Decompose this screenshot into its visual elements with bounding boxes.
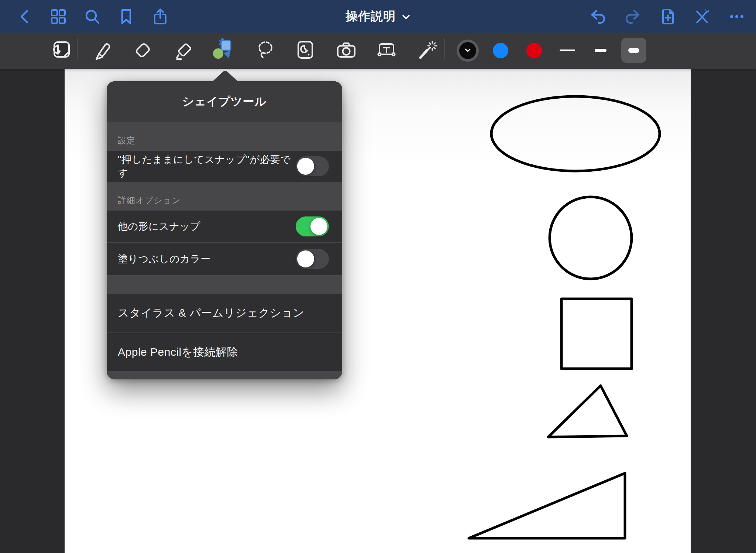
bookmark-button[interactable] (117, 7, 136, 26)
section-spacer (107, 275, 342, 294)
stylus-disabled-icon (693, 8, 711, 25)
laser-pointer-icon (415, 38, 439, 64)
text-tool-button[interactable] (373, 39, 400, 63)
back-icon (17, 8, 32, 25)
highlighter-tool-button[interactable] (171, 39, 197, 63)
eraser-icon (131, 38, 155, 64)
camera-icon (334, 38, 358, 64)
black-color (459, 42, 476, 59)
popup-footer (107, 371, 342, 379)
page-template-tool-button[interactable] (48, 39, 74, 63)
row-fill-color: 塗りつぶしのカラー (107, 243, 342, 275)
nav-left-group (15, 0, 170, 33)
redo-button[interactable] (623, 7, 642, 26)
camera-tool-button[interactable] (333, 39, 360, 63)
bookmark-icon (117, 8, 135, 25)
app-window: 操作説明 (0, 0, 756, 553)
document-title: 操作説明 (346, 8, 396, 25)
search-icon (83, 8, 101, 25)
image-icon (293, 38, 317, 64)
more-options-button[interactable] (727, 7, 746, 26)
thickness-thin-button[interactable] (555, 38, 580, 63)
redo-icon (624, 8, 642, 25)
color-swatch-black[interactable] (457, 40, 479, 62)
menu-item-disconnect-apple-pencil[interactable]: Apple Pencilを接続解除 (107, 333, 342, 371)
undo-button[interactable] (588, 7, 608, 26)
fill-color-toggle[interactable] (296, 249, 329, 269)
eraser-tool-button[interactable] (130, 39, 156, 63)
menu-item-stylus-palm-rejection[interactable]: スタイラス & パームリジェクション (107, 294, 342, 332)
section-label: 詳細オプション (118, 195, 181, 206)
top-navigation-bar: 操作説明 (0, 0, 756, 33)
share-icon (151, 8, 169, 25)
pen-tool-button[interactable] (89, 39, 116, 63)
page-template-icon (49, 38, 73, 64)
toggle-label: "押したままにしてスナップ"が必要です (118, 153, 296, 180)
row-snap-to-shapes: 他の形にスナップ (107, 211, 342, 242)
undo-icon (589, 8, 607, 25)
thickness-medium-button[interactable] (588, 38, 613, 63)
back-button[interactable] (15, 7, 34, 26)
share-button[interactable] (151, 7, 170, 26)
shape-tool-button[interactable] (209, 39, 235, 63)
toggle-knob (297, 250, 314, 267)
laser-pointer-tool-button[interactable] (414, 39, 440, 63)
toggle-knob (310, 218, 327, 235)
toolbar-divider (444, 38, 445, 59)
thin-line-icon (560, 50, 575, 51)
nav-right-group (588, 0, 746, 33)
color-swatch-red[interactable] (526, 43, 542, 58)
toggle-knob (297, 158, 314, 175)
add-page-icon (659, 8, 676, 25)
section-label: 設定 (118, 135, 135, 146)
drawing-toolbar (0, 33, 756, 69)
highlighter-icon (172, 38, 196, 64)
popup-title: シェイプツール (107, 81, 342, 122)
swatch-chevron-down-icon (464, 47, 471, 54)
more-icon (728, 8, 746, 25)
toggle-label: 塗りつぶしのカラー (118, 252, 296, 266)
page-grid-button[interactable] (49, 7, 68, 26)
search-button[interactable] (83, 7, 102, 26)
shape-tool-icon (209, 37, 235, 65)
stylus-disabled-button[interactable] (693, 7, 712, 26)
toolbar-divider (77, 38, 78, 59)
add-page-button[interactable] (658, 7, 677, 26)
snap-to-other-shapes-toggle[interactable] (296, 216, 329, 236)
pen-icon (91, 38, 114, 64)
image-tool-button[interactable] (292, 39, 319, 63)
lasso-icon (253, 38, 277, 64)
lasso-tool-button[interactable] (252, 39, 278, 63)
title-chevron-down-icon (402, 12, 410, 21)
section-header-settings: 設定 (107, 122, 342, 151)
thickness-thick-button[interactable] (621, 38, 646, 63)
document-title-button[interactable]: 操作説明 (346, 0, 410, 33)
toggle-label: 他の形にスナップ (118, 220, 296, 233)
color-swatch-blue[interactable] (493, 43, 508, 58)
medium-line-icon (595, 49, 606, 52)
text-icon (375, 38, 398, 64)
shape-tool-popup: シェイプツール 設定 "押したままにしてスナップ"が必要です 詳細オプション 他… (107, 81, 342, 379)
thick-line-icon (628, 48, 639, 53)
hold-to-snap-toggle[interactable] (296, 156, 329, 176)
section-header-advanced: 詳細オプション (107, 182, 342, 211)
pages-grid-icon (49, 8, 67, 25)
row-hold-to-snap: "押したままにしてスナップ"が必要です (107, 151, 342, 182)
